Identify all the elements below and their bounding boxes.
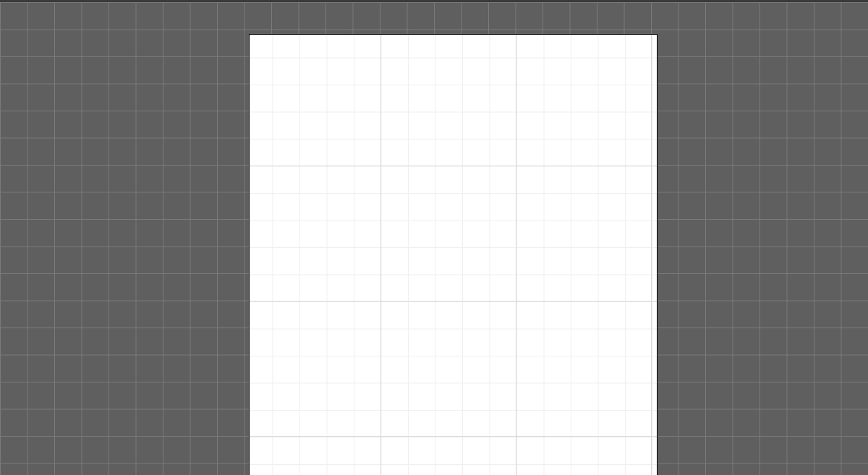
workspace-area[interactable]	[0, 0, 868, 475]
canvas-page[interactable]	[249, 34, 658, 475]
